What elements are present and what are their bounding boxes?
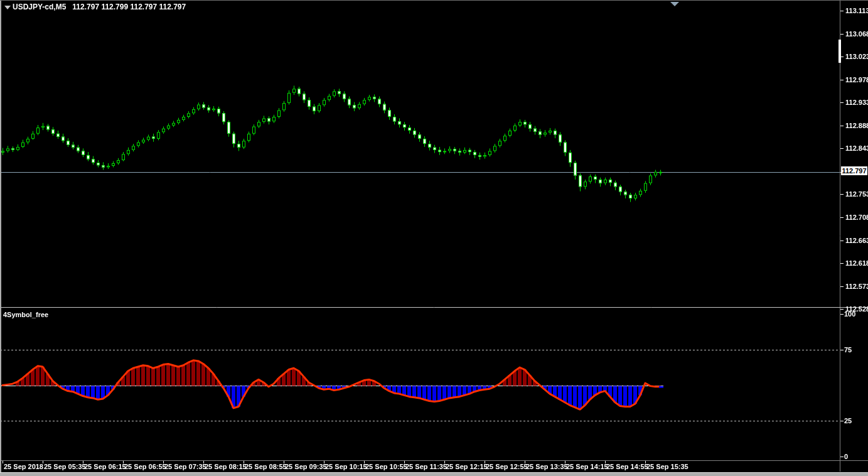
time-axis-label: 25 Sep 2018 — [4, 463, 43, 470]
price-axis-label: 113.113 — [845, 7, 868, 14]
time-axis-label: 25 Sep 06:55 — [124, 463, 166, 470]
indicator-axis-label: 0 — [844, 453, 848, 460]
chart-header: USDJPY-cd,M5112.797 112.799 112.797 112.… — [13, 3, 186, 11]
price-axis-label: 112.888 — [845, 122, 868, 129]
time-axis-label: 25 Sep 14:15 — [566, 463, 608, 470]
time-axis-label: 25 Sep 05:35 — [44, 463, 86, 470]
price-axis-label: 112.573 — [845, 283, 868, 290]
time-axis-label: 25 Sep 15:35 — [646, 463, 689, 470]
time-axis-label: 25 Sep 11:35 — [405, 463, 447, 470]
time-axis-label: 25 Sep 13:35 — [526, 463, 568, 470]
price-axis-label: 113.068 — [845, 30, 868, 38]
time-axis-label: 25 Sep 12:15 — [446, 463, 488, 470]
indicator-name-label: 4Symbol_free — [3, 311, 48, 318]
symbol-timeframe-label: USDJPY-cd,M5 — [13, 3, 66, 11]
time-axis-label: 25 Sep 12:55 — [486, 463, 528, 470]
ohlc-quotes: 112.797 112.799 112.797 112.797 — [72, 3, 186, 11]
price-axis-label: 112.843 — [845, 144, 868, 152]
indicator-panel-area[interactable] — [0, 310, 840, 460]
indicator-axis-label: 25 — [844, 417, 852, 425]
time-axis-label: 25 Sep 10:55 — [365, 463, 407, 470]
time-axis-label: 25 Sep 06:15 — [84, 463, 126, 470]
time-axis-label: 25 Sep 08:55 — [245, 463, 287, 470]
price-axis-label: 113.023 — [845, 53, 868, 60]
time-axis-label: 25 Sep 07:35 — [164, 463, 206, 470]
price-axis-label: 112.933 — [845, 99, 868, 106]
price-axis-label: 112.753 — [845, 190, 868, 198]
time-axis-label: 25 Sep 10:15 — [325, 463, 367, 470]
time-axis-label: 25 Sep 14:55 — [606, 463, 648, 470]
price-axis-label: 112.708 — [845, 214, 868, 221]
current-price-tag: 112.797 — [841, 166, 867, 175]
time-axis-label: 25 Sep 09:35 — [285, 463, 327, 470]
price-axis-label: 112.618 — [845, 259, 868, 267]
window-border-left — [0, 0, 1, 476]
price-axis-marker[interactable] — [839, 40, 841, 63]
indicator-axis-label: 75 — [844, 346, 852, 354]
price-axis[interactable] — [840, 0, 868, 460]
window-border-bottom — [0, 472, 868, 476]
price-axis-label: 112.663 — [845, 237, 868, 244]
time-axis-label: 25 Sep 08:15 — [205, 463, 247, 470]
symbol-dropdown-icon[interactable] — [4, 6, 11, 9]
chart-shift-marker-icon[interactable] — [670, 2, 679, 6]
price-axis-label: 112.978 — [845, 76, 868, 84]
window-border-top — [0, 0, 868, 1]
mt4-chart-window: USDJPY-cd,M5112.797 112.799 112.797 112.… — [0, 0, 868, 476]
indicator-axis-label: 100 — [844, 310, 855, 318]
panel-divider[interactable] — [0, 305, 840, 310]
main-chart-area[interactable] — [0, 0, 840, 307]
